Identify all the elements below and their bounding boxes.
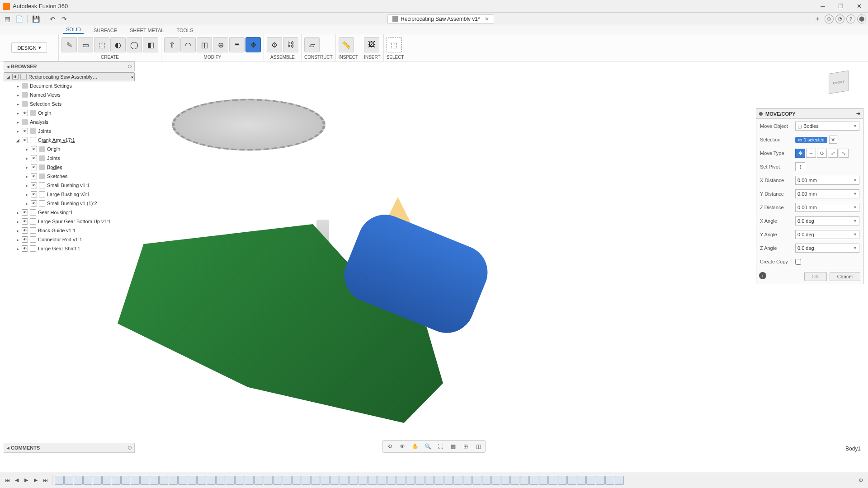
- timeline-feature[interactable]: [567, 476, 576, 485]
- timeline-feature[interactable]: [121, 476, 130, 485]
- create-copy-checkbox[interactable]: [795, 259, 801, 265]
- fillet-icon[interactable]: ◠: [180, 37, 196, 52]
- timeline-feature[interactable]: [396, 476, 406, 485]
- timeline-feature[interactable]: [264, 476, 273, 485]
- timeline-feature[interactable]: [321, 476, 330, 485]
- timeline-feature[interactable]: [302, 476, 311, 485]
- plane-icon[interactable]: ▱: [304, 37, 320, 52]
- clear-selection-button[interactable]: ✕: [829, 136, 837, 144]
- timeline-feature[interactable]: [482, 476, 491, 485]
- model-gear[interactable]: [172, 99, 326, 151]
- insert-icon[interactable]: 🖼: [364, 37, 379, 52]
- timeline-feature[interactable]: [330, 476, 339, 485]
- look-icon[interactable]: 👁: [396, 441, 408, 451]
- timeline-feature[interactable]: [558, 476, 567, 485]
- timeline-feature[interactable]: [197, 476, 206, 485]
- help-icon[interactable]: ?: [846, 14, 855, 23]
- presspull-icon[interactable]: ⇧: [164, 37, 179, 52]
- save-icon[interactable]: 💾: [30, 14, 41, 24]
- timeline-feature[interactable]: [472, 476, 481, 485]
- asbuilt-icon[interactable]: ⛓: [283, 37, 298, 52]
- move-type-rotate-icon[interactable]: ⟳: [817, 149, 827, 158]
- timeline-feature[interactable]: [406, 476, 415, 485]
- combine-icon[interactable]: ⊕: [213, 37, 228, 52]
- timeline-feature[interactable]: [539, 476, 548, 485]
- x-distance-input[interactable]: 0.00 mm▼: [795, 176, 859, 185]
- timeline-feature[interactable]: [434, 476, 443, 485]
- timeline-feature[interactable]: [577, 476, 586, 485]
- document-tab[interactable]: Reciprocating Saw Assembly v1* ✕: [387, 14, 494, 23]
- timeline-feature[interactable]: [359, 476, 368, 485]
- display-icon[interactable]: ▦: [447, 441, 459, 451]
- timeline-feature[interactable]: [311, 476, 320, 485]
- timeline-feature[interactable]: [444, 476, 453, 485]
- pan-icon[interactable]: ✋: [409, 441, 421, 451]
- move-object-dropdown[interactable]: ▢ Bodies▼: [795, 122, 859, 131]
- revolve-icon[interactable]: ◐: [110, 37, 126, 52]
- hole-icon[interactable]: ◯: [127, 37, 142, 52]
- browser-options-icon[interactable]: [128, 65, 132, 68]
- z-distance-input[interactable]: 0.00 mm▼: [795, 203, 859, 212]
- align-icon[interactable]: ≡: [229, 37, 245, 52]
- tab-solid[interactable]: SOLID: [63, 26, 84, 34]
- comments-panel[interactable]: ◂ COMMENTS: [4, 443, 135, 453]
- timeline-feature[interactable]: [463, 476, 472, 485]
- timeline-feature[interactable]: [377, 476, 387, 485]
- x-angle-input[interactable]: 0.0 deg▼: [795, 216, 859, 225]
- info-icon[interactable]: i: [759, 272, 766, 279]
- tree-crank-arm[interactable]: ◢👁Crank Arm v17:1: [4, 136, 135, 145]
- doc-close-icon[interactable]: ✕: [485, 16, 489, 22]
- move-type-free-icon[interactable]: ✥: [795, 149, 805, 158]
- file-menu-icon[interactable]: 📄: [14, 14, 24, 24]
- timeline-feature[interactable]: [64, 476, 73, 485]
- timeline-feature[interactable]: [55, 476, 64, 485]
- timeline-feature[interactable]: [387, 476, 396, 485]
- viewcube-face[interactable]: FRONT: [829, 70, 849, 94]
- move-type-translate-icon[interactable]: ↔: [806, 149, 816, 158]
- y-angle-input[interactable]: 0.0 deg▼: [795, 230, 859, 239]
- job-status-icon[interactable]: ◔: [835, 14, 844, 23]
- profile-icon[interactable]: ⬤: [857, 14, 866, 23]
- form-icon[interactable]: ◧: [143, 37, 158, 52]
- redo-icon[interactable]: ↷: [59, 14, 70, 24]
- timeline-feature[interactable]: [368, 476, 377, 485]
- select-icon[interactable]: ⬚: [387, 37, 402, 52]
- timeline-feature[interactable]: [273, 476, 282, 485]
- joint-icon[interactable]: ⚙: [267, 37, 282, 52]
- y-distance-input[interactable]: 0.00 mm▼: [795, 189, 859, 198]
- timeline-feature[interactable]: [150, 476, 159, 485]
- browser-header[interactable]: ◂ BROWSER: [4, 61, 135, 71]
- timeline-feature[interactable]: [520, 476, 529, 485]
- tab-sheet-metal[interactable]: SHEET METAL: [127, 27, 166, 34]
- model-crank-arm-selected[interactable]: [336, 206, 495, 341]
- timeline-feature[interactable]: [102, 476, 111, 485]
- tree-root[interactable]: ◢👁 Reciprocating Saw Assembly… ⚬: [4, 72, 135, 81]
- move-icon[interactable]: ✥: [245, 37, 261, 52]
- timeline-feature[interactable]: [93, 476, 102, 485]
- selection-chip[interactable]: ▭ 1 selected: [795, 137, 827, 143]
- timeline-feature[interactable]: [178, 476, 187, 485]
- timeline-feature[interactable]: [586, 476, 595, 485]
- shell-icon[interactable]: ◫: [197, 37, 212, 52]
- orbit-icon[interactable]: ⟲: [384, 441, 396, 451]
- timeline-back-icon[interactable]: ◀: [12, 476, 21, 485]
- timeline-feature[interactable]: [340, 476, 349, 485]
- timeline-feature[interactable]: [131, 476, 140, 485]
- timeline-feature[interactable]: [235, 476, 244, 485]
- undo-icon[interactable]: ↶: [47, 14, 58, 24]
- viewport-icon[interactable]: ◫: [472, 441, 484, 451]
- move-type-p2p-icon[interactable]: ⤡: [839, 149, 849, 158]
- timeline-feature[interactable]: [615, 476, 624, 485]
- timeline-feature[interactable]: [226, 476, 235, 485]
- tab-surface[interactable]: SURFACE: [91, 27, 120, 34]
- minimize-button[interactable]: ─: [814, 0, 832, 12]
- timeline-feature[interactable]: [283, 476, 292, 485]
- app-menu-icon[interactable]: ▦: [2, 14, 13, 24]
- extensions-icon[interactable]: ◷: [825, 14, 834, 23]
- model-housing[interactable]: [118, 224, 443, 423]
- timeline-feature[interactable]: [425, 476, 434, 485]
- timeline-feature[interactable]: [159, 476, 168, 485]
- grid-icon[interactable]: ⊞: [460, 441, 472, 451]
- comments-options-icon[interactable]: [128, 446, 132, 450]
- set-pivot-button[interactable]: ⊹: [795, 162, 805, 171]
